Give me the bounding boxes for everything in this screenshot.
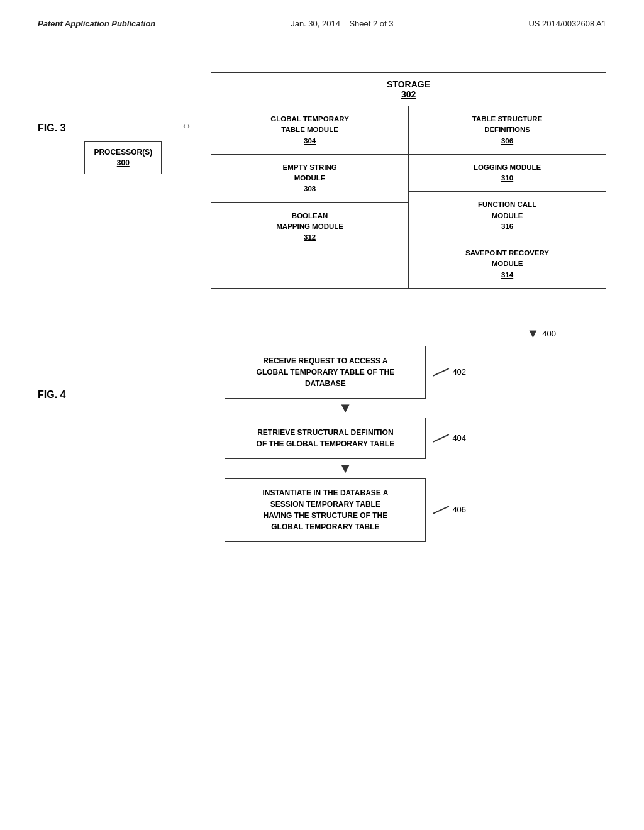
flow-step-404-row: RETRIEVE STRUCTURAL DEFINITIONOF THE GLO…	[84, 418, 606, 459]
cell-table-structure-definitions: TABLE STRUCTURE DEFINITIONS 306	[409, 106, 606, 155]
flow-box-404: RETRIEVE STRUCTURAL DEFINITIONOF THE GLO…	[225, 418, 426, 459]
fig3-label: FIG. 3	[38, 123, 65, 134]
storage-box: STORAGE 302 GLOBAL TEMPORARY TABLE MODUL…	[211, 72, 606, 289]
cell-empty-string-module: EMPTY STRING MODULE 308	[211, 155, 408, 203]
slash-line-404	[433, 434, 449, 442]
processor-box: PROCESSOR(S) 300	[84, 141, 162, 174]
down-arrow-1: ▼	[338, 401, 352, 415]
storage-header: STORAGE 302	[211, 73, 606, 106]
page-header: Patent Application Publication Jan. 30, …	[0, 0, 644, 35]
cell-function-call-module: FUNCTION CALL MODULE 316	[409, 192, 606, 240]
header-right: US 2014/0032608 A1	[528, 19, 606, 28]
storage-body: GLOBAL TEMPORARY TABLE MODULE 304 EMPTY …	[211, 106, 606, 288]
storage-left-column: GLOBAL TEMPORARY TABLE MODULE 304 EMPTY …	[211, 106, 409, 288]
bidirectional-arrow: ↔	[180, 119, 192, 133]
slash-line-406	[433, 506, 449, 514]
flow-box-402: RECEIVE REQUEST TO ACCESS AGLOBAL TEMPOR…	[225, 346, 426, 399]
header-left: Patent Application Publication	[38, 19, 155, 28]
fig4-label: FIG. 4	[38, 389, 65, 401]
storage-right-column: TABLE STRUCTURE DEFINITIONS 306 LOGGING …	[409, 106, 606, 288]
fig3-section: FIG. 3 PROCESSOR(S) 300 ↔ STORAGE 302	[38, 72, 606, 289]
flow-step-402-row: RECEIVE REQUEST TO ACCESS AGLOBAL TEMPOR…	[84, 346, 606, 399]
cell-global-temporary-table-module: GLOBAL TEMPORARY TABLE MODULE 304	[211, 106, 408, 155]
start-arrow-icon: ▼	[527, 326, 540, 341]
flow-ref-402: 402	[432, 367, 466, 377]
flow-box-406: INSTANTIATE IN THE DATABASE ASESSION TEM…	[225, 478, 426, 542]
cell-boolean-mapping-module: BOOLEAN MAPPING MODULE 312	[211, 203, 408, 251]
flow-ref-404: 404	[432, 433, 466, 443]
fig4-section: FIG. 4 ▼ 400 RECEIVE REQUEST TO ACCESS A…	[38, 326, 606, 542]
down-arrow-2: ▼	[338, 462, 352, 475]
flow-ref-406: 406	[432, 505, 466, 514]
start-number: 400	[542, 329, 556, 338]
flow-start-indicator: ▼ 400	[527, 326, 557, 341]
slash-line-402	[433, 368, 449, 376]
header-center: Jan. 30, 2014 Sheet 2 of 3	[291, 19, 393, 28]
cell-logging-module: LOGGING MODULE 310	[409, 155, 606, 192]
flow-step-406-row: INSTANTIATE IN THE DATABASE ASESSION TEM…	[84, 478, 606, 542]
main-content: FIG. 3 PROCESSOR(S) 300 ↔ STORAGE 302	[0, 35, 644, 555]
cell-savepoint-recovery-module: SAVEPOINT RECOVERY MODULE 314	[409, 240, 606, 288]
